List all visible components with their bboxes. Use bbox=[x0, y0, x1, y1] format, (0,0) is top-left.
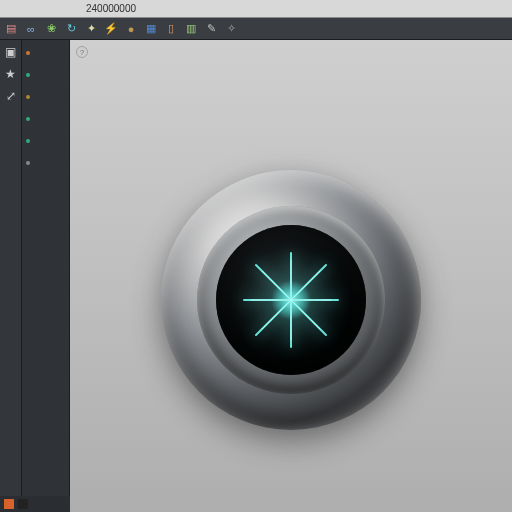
color-dot-icon bbox=[26, 161, 30, 165]
color-swatch[interactable] bbox=[4, 499, 14, 509]
panel-item[interactable] bbox=[26, 112, 65, 126]
color-swatch[interactable] bbox=[18, 499, 28, 509]
lens-glass bbox=[216, 225, 366, 375]
color-dot-icon bbox=[26, 139, 30, 143]
rendered-object bbox=[161, 170, 421, 430]
bolt-icon[interactable]: ⚡ bbox=[104, 22, 118, 36]
menu-readout: 240000000 bbox=[86, 3, 136, 14]
circle-icon[interactable]: ● bbox=[124, 22, 138, 36]
lens-inner-ring bbox=[197, 206, 385, 394]
panel-item[interactable] bbox=[26, 156, 65, 170]
doc-icon[interactable]: ▯ bbox=[164, 22, 178, 36]
color-dot-icon bbox=[26, 117, 30, 121]
cursor-icon[interactable]: ▣ bbox=[3, 44, 19, 60]
expand-icon[interactable]: ⤢ bbox=[3, 88, 19, 104]
lens-outer-ring bbox=[161, 170, 421, 430]
toolbar: ▤∞❀↻✦⚡●▦▯▥✎✧ bbox=[0, 18, 512, 40]
status-bar bbox=[0, 496, 70, 512]
leaf-icon[interactable]: ❀ bbox=[44, 22, 58, 36]
color-dot-icon bbox=[26, 95, 30, 99]
wrench-icon[interactable]: ✧ bbox=[224, 22, 238, 36]
brush-icon[interactable]: ✎ bbox=[204, 22, 218, 36]
refresh-icon[interactable]: ↻ bbox=[64, 22, 78, 36]
link-icon[interactable]: ∞ bbox=[24, 22, 38, 36]
color-dot-icon bbox=[26, 51, 30, 55]
panel-item[interactable] bbox=[26, 134, 65, 148]
viewport-canvas[interactable]: ? bbox=[70, 40, 512, 512]
left-panel bbox=[22, 40, 70, 512]
star-icon[interactable]: ★ bbox=[3, 66, 19, 82]
menu-bar: 240000000 bbox=[0, 0, 512, 18]
panel-item[interactable] bbox=[26, 68, 65, 82]
viewport-info-icon[interactable]: ? bbox=[76, 46, 88, 58]
spark-icon[interactable]: ✦ bbox=[84, 22, 98, 36]
palette-icon[interactable]: ▦ bbox=[144, 22, 158, 36]
star-flare-icon bbox=[236, 245, 346, 355]
color-dot-icon bbox=[26, 73, 30, 77]
layers-icon[interactable]: ▤ bbox=[4, 22, 18, 36]
panel-item[interactable] bbox=[26, 90, 65, 104]
panel-item[interactable] bbox=[26, 46, 65, 60]
patch-icon[interactable]: ▥ bbox=[184, 22, 198, 36]
tool-strip: ▣★⤢ bbox=[0, 40, 22, 512]
